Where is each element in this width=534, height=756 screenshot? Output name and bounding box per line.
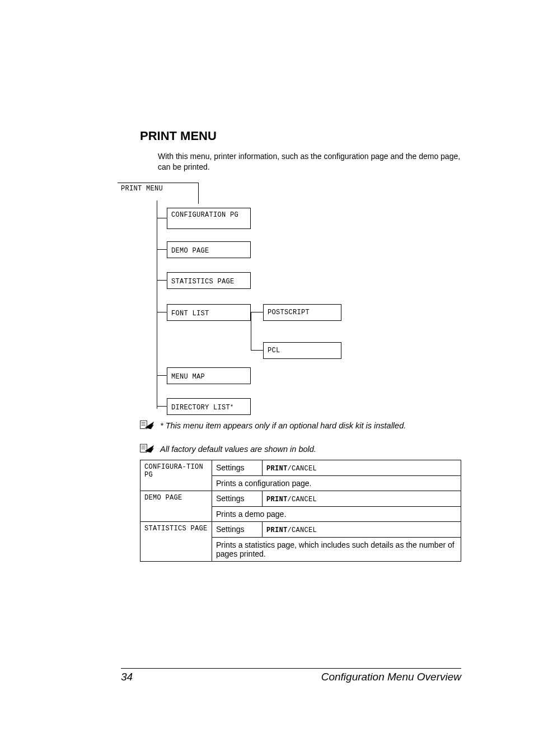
tree-box: MENU MAP [167, 367, 251, 384]
tree-node-directory-list: DIRECTORY LIST* [157, 398, 251, 415]
cell-settings-label: Settings [212, 491, 263, 507]
note-icon [140, 444, 154, 454]
value-bold: PRINT [266, 496, 288, 503]
tree-box: POSTSCRIPT [263, 304, 341, 321]
cell-settings-value: PRINT/CANCEL [263, 491, 461, 507]
settings-table: CONFIGURA-TION PG Settings PRINT/CANCEL … [140, 460, 461, 562]
value-rest: /CANCEL [288, 465, 317, 473]
menu-tree: PRINT MENU CONFIGURATION PG DEMO PAGE ST… [118, 183, 461, 412]
tree-connector [157, 312, 167, 312]
value-bold: PRINT [266, 526, 288, 534]
page-number: 34 [121, 671, 133, 683]
tree-node-menu-map: MENU MAP [157, 367, 251, 384]
tree-connector [157, 218, 167, 218]
tree-connector [157, 406, 167, 407]
tree-box: FONT LIST [167, 304, 251, 321]
cell-name: DEMO PAGE [140, 491, 212, 522]
cell-settings-label: Settings [212, 460, 263, 476]
cell-desc: Prints a configuration page. [212, 476, 461, 491]
cell-settings-value: PRINT/CANCEL [263, 460, 461, 476]
value-rest: /CANCEL [288, 526, 317, 534]
tree-box: PCL [263, 342, 341, 359]
tree-subnode-postscript: POSTSCRIPT [251, 304, 341, 321]
tree-node-font-list: FONT LIST [157, 304, 251, 321]
footnote-defaults: All factory default values are shown in … [140, 444, 461, 455]
footer-title: Configuration Menu Overview [321, 671, 461, 683]
cell-settings-label: Settings [212, 522, 263, 538]
cell-desc: Prints a statistics page, which includes… [212, 538, 461, 562]
table-row: CONFIGURA-TION PG Settings PRINT/CANCEL [140, 460, 461, 476]
tree-connector [157, 280, 167, 281]
tree-connector [157, 375, 167, 376]
cell-name: CONFIGURA-TION PG [140, 460, 212, 491]
tree-box: DIRECTORY LIST* [167, 398, 251, 415]
page-footer: 34 Configuration Menu Overview [121, 668, 461, 683]
footer-rule [121, 668, 461, 669]
intro-text: With this menu, printer information, suc… [158, 151, 461, 172]
cell-name: STATISTICS PAGE [140, 522, 212, 562]
table-row: DEMO PAGE Settings PRINT/CANCEL [140, 491, 461, 507]
tree-node-demo-page: DEMO PAGE [157, 241, 251, 258]
tree-node-configuration-pg: CONFIGURATION PG [157, 208, 251, 229]
footnote-text: * This menu item appears only if an opti… [160, 420, 406, 431]
tree-connector [251, 350, 263, 351]
note-icon [140, 420, 154, 430]
tree-node-statistics-page: STATISTICS PAGE [157, 272, 251, 289]
section-heading: PRINT MENU [140, 129, 461, 143]
tree-subnode-pcl: PCL [251, 342, 341, 359]
tree-box: DEMO PAGE [167, 241, 251, 258]
tree-connector [157, 249, 167, 250]
value-bold: PRINT [266, 465, 288, 473]
footnote-asterisk: * This menu item appears only if an opti… [140, 420, 461, 431]
tree-box: STATISTICS PAGE [167, 272, 251, 289]
tree-label: DIRECTORY LIST [171, 404, 230, 412]
tree-box: CONFIGURATION PG [167, 208, 251, 229]
tree-root: PRINT MENU [118, 183, 199, 204]
asterisk: * [230, 404, 233, 410]
footnote-text: All factory default values are shown in … [160, 444, 316, 455]
value-rest: /CANCEL [288, 496, 317, 503]
table-row: STATISTICS PAGE Settings PRINT/CANCEL [140, 522, 461, 538]
cell-desc: Prints a demo page. [212, 507, 461, 522]
tree-connector [251, 312, 263, 312]
cell-settings-value: PRINT/CANCEL [263, 522, 461, 538]
